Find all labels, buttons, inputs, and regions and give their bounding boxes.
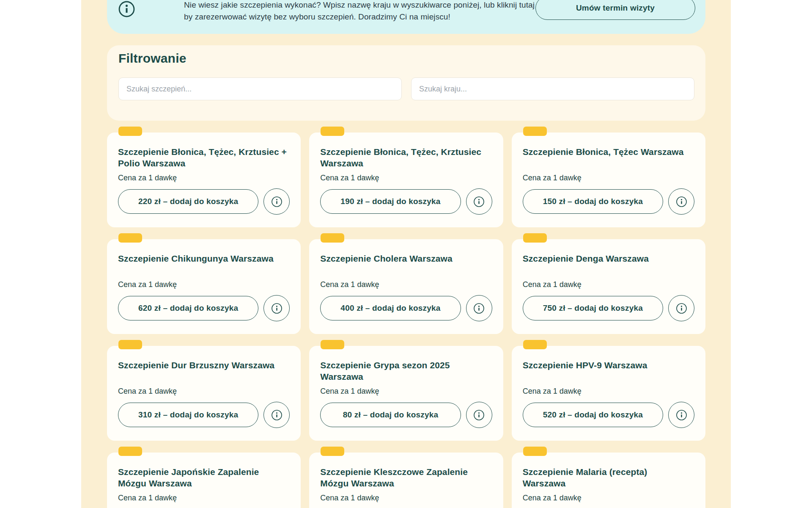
price-caption: Cena za 1 dawkę: [523, 387, 694, 396]
card-info-button[interactable]: [466, 295, 492, 321]
card-accent-tab: [523, 447, 547, 456]
add-to-cart-button[interactable]: 80 zł – dodaj do koszyka: [320, 403, 461, 427]
card-title: Szczepienie Malaria (recepta) Warszawa: [523, 466, 694, 490]
add-to-cart-button[interactable]: 310 zł – dodaj do koszyka: [118, 403, 258, 427]
price-caption: Cena za 1 dawkę: [118, 280, 290, 289]
vaccine-card: Szczepienie Błonica, Tężec, Krztusiec Wa…: [309, 133, 503, 227]
info-circle-icon: [271, 196, 283, 207]
price-caption: Cena za 1 dawkę: [320, 174, 492, 182]
add-to-cart-button[interactable]: 190 zł – dodaj do koszyka: [320, 189, 461, 214]
card-info-button[interactable]: [668, 402, 694, 428]
filter-inputs: [118, 77, 694, 100]
card-title: Szczepienie Kleszczowe Zapalenie Mózgu W…: [320, 466, 492, 490]
vaccine-card: Szczepienie HPV-9 Warszawa Cena za 1 daw…: [512, 346, 705, 441]
vaccine-card: Szczepienie Malaria (recepta) Warszawa C…: [512, 453, 705, 508]
add-to-cart-button-label: 750 zł – dodaj do koszyka: [543, 304, 643, 313]
card-accent-tab: [118, 447, 142, 456]
card-title: Szczepienie Chikungunya Warszawa: [118, 253, 290, 276]
card-info-button[interactable]: [263, 295, 290, 321]
card-accent-tab: [523, 233, 547, 243]
vaccine-card: Szczepienie Kleszczowe Zapalenie Mózgu W…: [309, 453, 503, 508]
add-to-cart-button[interactable]: 400 zł – dodaj do koszyka: [320, 296, 461, 320]
card-info-button[interactable]: [263, 402, 290, 428]
vaccine-card: Szczepienie Błonica, Tężec Warszawa Cena…: [512, 133, 705, 227]
vaccine-card: Szczepienie Cholera Warszawa Cena za 1 d…: [309, 239, 503, 334]
card-accent-tab: [118, 233, 142, 243]
card-accent-tab: [321, 127, 344, 136]
card-actions: 750 zł – dodaj do koszyka: [523, 295, 694, 321]
price-caption: Cena za 1 dawkę: [320, 494, 492, 502]
book-appointment-button[interactable]: Umów termin wizyty: [535, 0, 695, 20]
price-caption: Cena za 1 dawkę: [320, 387, 492, 396]
card-accent-tab: [523, 340, 547, 349]
info-circle-icon: [473, 303, 485, 314]
add-to-cart-button[interactable]: 220 zł – dodaj do koszyka: [118, 189, 258, 214]
vaccine-card: Szczepienie Chikungunya Warszawa Cena za…: [107, 239, 301, 334]
card-info-button[interactable]: [466, 402, 492, 428]
vaccine-search-input[interactable]: [118, 77, 402, 100]
price-caption: Cena za 1 dawkę: [118, 387, 290, 396]
card-title: Szczepienie Japońskie Zapalenie Mózgu Wa…: [118, 466, 290, 490]
card-title: Szczepienie Błonica, Tężec, Krztusiec + …: [118, 146, 290, 170]
info-circle-icon: [118, 0, 135, 18]
card-accent-tab: [321, 340, 344, 349]
card-accent-tab: [321, 233, 344, 243]
card-actions: 80 zł – dodaj do koszyka: [320, 402, 492, 428]
add-to-cart-button-label: 220 zł – dodaj do koszyka: [138, 197, 238, 206]
price-caption: Cena za 1 dawkę: [523, 174, 694, 182]
info-circle-icon: [473, 196, 485, 207]
card-actions: 190 zł – dodaj do koszyka: [320, 188, 492, 215]
card-actions: 310 zł – dodaj do koszyka: [118, 402, 290, 428]
card-title: Szczepienie HPV-9 Warszawa: [523, 359, 694, 383]
card-title: Szczepienie Denga Warszawa: [523, 253, 694, 276]
add-to-cart-button-label: 400 zł – dodaj do koszyka: [340, 304, 440, 313]
card-title: Szczepienie Cholera Warszawa: [320, 253, 492, 276]
add-to-cart-button[interactable]: 750 zł – dodaj do koszyka: [523, 296, 663, 320]
add-to-cart-button-label: 150 zł – dodaj do koszyka: [543, 197, 643, 206]
filter-section: Filtrowanie: [107, 45, 705, 121]
price-caption: Cena za 1 dawkę: [523, 280, 694, 289]
card-title: Szczepienie Błonica, Tężec Warszawa: [523, 146, 694, 170]
vaccine-card: Szczepienie Grypa sezon 2025 Warszawa Ce…: [309, 346, 503, 441]
price-caption: Cena za 1 dawkę: [523, 494, 694, 502]
info-circle-icon: [676, 409, 687, 421]
price-caption: Cena za 1 dawkę: [320, 280, 492, 289]
card-actions: 400 zł – dodaj do koszyka: [320, 295, 492, 321]
card-accent-tab: [118, 340, 142, 349]
price-caption: Cena za 1 dawkę: [118, 494, 290, 502]
add-to-cart-button-label: 520 zł – dodaj do koszyka: [543, 410, 643, 420]
country-search-input[interactable]: [411, 77, 694, 100]
card-info-button[interactable]: [466, 188, 492, 215]
card-actions: 620 zł – dodaj do koszyka: [118, 295, 290, 321]
info-circle-icon: [271, 409, 283, 421]
info-circle-icon: [676, 196, 687, 207]
add-to-cart-button-label: 310 zł – dodaj do koszyka: [138, 410, 238, 420]
card-actions: 150 zł – dodaj do koszyka: [523, 188, 694, 215]
card-info-button[interactable]: [668, 188, 694, 215]
page: Nie wiesz jakie szczepienia wykonać? Wpi…: [0, 0, 812, 508]
vaccine-card: Szczepienie Dur Brzuszny Warszawa Cena z…: [107, 346, 301, 441]
vaccine-grid: Szczepienie Błonica, Tężec, Krztusiec + …: [107, 133, 705, 508]
card-title: Szczepienie Błonica, Tężec, Krztusiec Wa…: [320, 146, 492, 170]
info-circle-icon: [473, 409, 485, 421]
banner-message: Nie wiesz jakie szczepienia wykonać? Wpi…: [184, 0, 535, 23]
info-circle-icon: [676, 303, 687, 314]
add-to-cart-button[interactable]: 620 zł – dodaj do koszyka: [118, 296, 258, 320]
info-banner: Nie wiesz jakie szczepienia wykonać? Wpi…: [107, 0, 705, 34]
card-title: Szczepienie Dur Brzuszny Warszawa: [118, 359, 290, 383]
filter-title: Filtrowanie: [118, 51, 187, 66]
card-info-button[interactable]: [668, 295, 694, 321]
vaccine-card: Szczepienie Denga Warszawa Cena za 1 daw…: [512, 239, 705, 334]
add-to-cart-button[interactable]: 520 zł – dodaj do koszyka: [523, 403, 663, 427]
add-to-cart-button-label: 80 zł – dodaj do koszyka: [343, 410, 439, 420]
card-actions: 520 zł – dodaj do koszyka: [523, 402, 694, 428]
info-circle-icon: [271, 303, 283, 314]
card-accent-tab: [523, 127, 547, 136]
add-to-cart-button-label: 620 zł – dodaj do koszyka: [138, 304, 238, 313]
card-info-button[interactable]: [263, 188, 290, 215]
card-actions: 220 zł – dodaj do koszyka: [118, 188, 290, 215]
card-title: Szczepienie Grypa sezon 2025 Warszawa: [320, 359, 492, 383]
add-to-cart-button[interactable]: 150 zł – dodaj do koszyka: [523, 189, 663, 214]
vaccine-card: Szczepienie Japońskie Zapalenie Mózgu Wa…: [107, 453, 301, 508]
price-caption: Cena za 1 dawkę: [118, 174, 290, 182]
